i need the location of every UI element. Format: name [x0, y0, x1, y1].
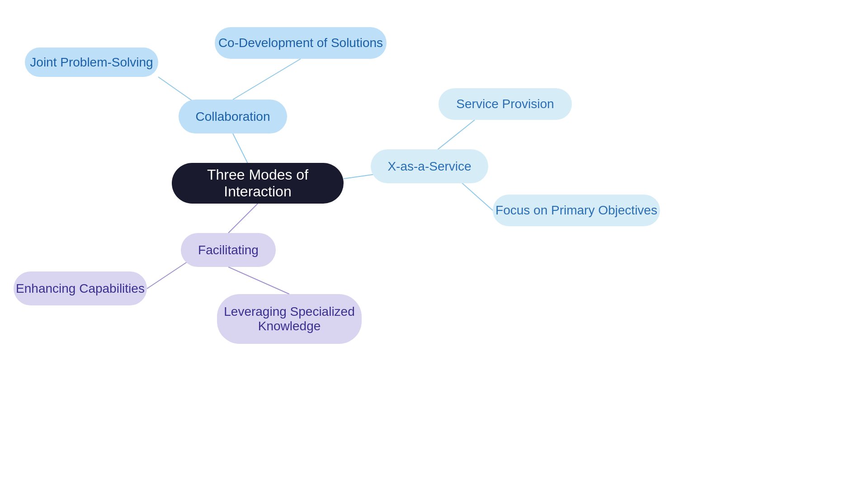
facilitating-node: Facilitating	[181, 233, 276, 267]
facilitating-label: Facilitating	[198, 243, 259, 257]
center-node: Three Modes of Interaction	[172, 163, 344, 204]
enhancing-node: Enhancing Capabilities	[14, 271, 147, 305]
leveraging-node: Leveraging Specialized Knowledge	[217, 294, 362, 344]
service-label: Service Provision	[456, 97, 554, 111]
center-label: Three Modes of Interaction	[172, 167, 344, 200]
focus-label: Focus on Primary Objectives	[495, 203, 657, 218]
leveraging-label: Leveraging Specialized Knowledge	[217, 304, 362, 333]
collaboration-node: Collaboration	[179, 100, 287, 133]
joint-node: Joint Problem-Solving	[25, 48, 158, 77]
enhancing-label: Enhancing Capabilities	[16, 281, 145, 296]
svg-line-1	[233, 59, 301, 100]
collaboration-label: Collaboration	[196, 109, 270, 124]
focus-node: Focus on Primary Objectives	[493, 195, 660, 226]
svg-line-6	[228, 204, 258, 233]
service-node: Service Provision	[439, 88, 572, 120]
svg-line-8	[228, 267, 289, 294]
xaas-label: X-as-a-Service	[387, 159, 471, 174]
joint-label: Joint Problem-Solving	[30, 55, 153, 70]
codev-node: Co-Development of Solutions	[215, 27, 387, 59]
codev-label: Co-Development of Solutions	[218, 36, 383, 50]
xaas-node: X-as-a-Service	[371, 149, 488, 183]
